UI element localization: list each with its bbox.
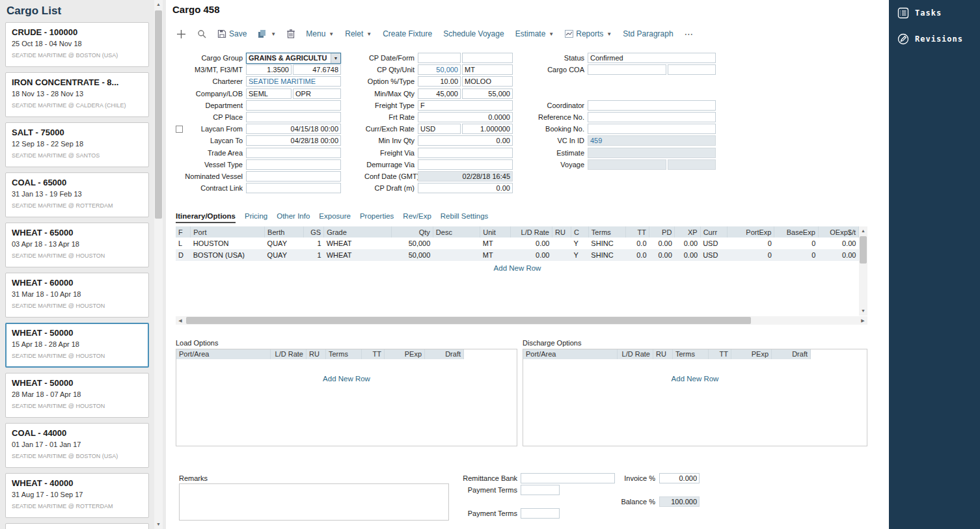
cargo-list-item[interactable]: WHEAT - 6000031 Mar 18 - 10 Apr 18SEATID… xyxy=(5,273,149,318)
cp-draft-m-field[interactable]: 0.00 xyxy=(418,183,513,193)
cell-berth[interactable]: QUAY xyxy=(265,249,304,261)
cell-baseexp[interactable]: 0 xyxy=(774,237,818,249)
col-header-xp[interactable]: XP xyxy=(675,226,700,237)
cell-terms[interactable]: SHINC xyxy=(588,249,625,261)
tab-pricing[interactable]: Pricing xyxy=(245,212,267,223)
col-header-f[interactable]: F xyxy=(176,226,191,237)
cell-berth[interactable]: QUAY xyxy=(265,237,304,249)
cargo-list-item[interactable]: WHEAT - 5000015 Apr 18 - 28 Apr 18SEATID… xyxy=(5,323,149,368)
cargo-list-item[interactable]: COAL - 4400001 Jan 17 - 01 Jan 17SEATIDE… xyxy=(5,423,149,468)
tab-itinerary-options[interactable]: Itinerary/Options xyxy=(176,212,236,223)
scroll-up-icon[interactable]: ▲ xyxy=(154,0,163,9)
option-pct-type-1-field[interactable]: 10.00 xyxy=(418,76,461,87)
status-field[interactable]: Confirmed xyxy=(588,53,716,63)
schedule-voyage-button[interactable]: Schedule Voyage xyxy=(443,29,504,38)
trade-area-field[interactable] xyxy=(246,148,341,158)
curr-exch-rate-2-field[interactable]: 1.000000 xyxy=(462,124,513,134)
scroll-up-icon[interactable]: ▲ xyxy=(859,226,867,236)
cell-c[interactable]: Y xyxy=(571,237,588,249)
invoice-pct-field[interactable]: 0.000 xyxy=(659,473,700,483)
tab-other-info[interactable]: Other Info xyxy=(277,212,310,223)
vc-in-id-field[interactable]: 459 xyxy=(588,135,716,146)
col-header-unit[interactable]: Unit xyxy=(480,226,511,237)
discharge-options-add-row[interactable]: Add New Row xyxy=(523,359,867,383)
save-button[interactable]: Save xyxy=(217,29,247,38)
col-header-tt[interactable]: TT xyxy=(709,349,731,359)
cp-qty-unit-1-field[interactable]: 50,000 xyxy=(418,64,461,75)
laycan-from-checkbox[interactable] xyxy=(176,126,183,133)
cell-f[interactable]: D xyxy=(176,249,191,261)
col-header-l-d-rate[interactable]: L/D Rate xyxy=(510,226,552,237)
col-header-port[interactable]: Port xyxy=(191,226,265,237)
demurrage-via-field[interactable] xyxy=(418,159,513,170)
menu-button[interactable]: Menu ▼ xyxy=(306,29,334,38)
remittance-bank-field[interactable] xyxy=(521,473,615,483)
col-header-desc[interactable]: Desc xyxy=(433,226,480,237)
cell-curr[interactable]: USD xyxy=(700,237,727,249)
col-header-c[interactable]: C xyxy=(571,226,588,237)
cell-desc[interactable] xyxy=(433,249,480,261)
col-header-tt[interactable]: TT xyxy=(625,226,649,237)
estimate-button[interactable]: Estimate ▼ xyxy=(515,29,554,38)
cell-tt[interactable]: 0.0 xyxy=(625,249,649,261)
relet-button[interactable]: Relet ▼ xyxy=(345,29,372,38)
cell-portexp[interactable]: 0 xyxy=(728,237,774,249)
col-header-grade[interactable]: Grade xyxy=(324,226,392,237)
cargo-list-item[interactable]: WHEAT - 6500003 Apr 18 - 13 Apr 18SEATID… xyxy=(5,223,149,267)
freight-via-field[interactable] xyxy=(418,148,513,158)
company-lob-2-field[interactable]: OPR xyxy=(293,88,341,99)
cell-unit[interactable]: MT xyxy=(480,237,511,249)
cp-place-field[interactable] xyxy=(246,112,341,122)
payment-terms-2-field[interactable] xyxy=(521,508,560,519)
scroll-right-icon[interactable]: ▶ xyxy=(858,316,867,325)
tab-exposure[interactable]: Exposure xyxy=(319,212,351,223)
col-header-draft[interactable]: Draft xyxy=(772,349,811,359)
itinerary-hscrollbar[interactable]: ◀ ▶ xyxy=(176,316,867,325)
itinerary-add-row[interactable]: Add New Row xyxy=(176,261,859,272)
cell-port[interactable]: HOUSTON xyxy=(191,237,265,249)
cell-xp[interactable]: 0.00 xyxy=(675,249,700,261)
cargo-list-item[interactable]: COAL - 6500031 Jan 13 - 19 Feb 13SEATIDE… xyxy=(5,172,149,217)
contract-link-field[interactable] xyxy=(246,183,341,193)
cargo-list-item[interactable]: WHEAT - 5000028 Mar 18 - 07 Apr 18SEATID… xyxy=(5,373,149,418)
nominated-vessel-field[interactable] xyxy=(246,171,341,182)
booking-no-field[interactable] xyxy=(588,124,716,134)
add-button[interactable] xyxy=(176,29,186,39)
laycan-to-field[interactable]: 04/28/18 00:00 xyxy=(246,135,341,146)
m3-ft3-1-field[interactable]: 1.3500 xyxy=(246,64,292,75)
cell-pd[interactable]: 0.00 xyxy=(649,249,675,261)
voyage-1-field[interactable] xyxy=(588,159,666,170)
copy-button[interactable]: ▼ xyxy=(258,29,276,38)
coordinator-field[interactable] xyxy=(588,100,716,111)
col-header-l-d-rate[interactable]: L/D Rate xyxy=(618,349,653,359)
voyage-2-field[interactable] xyxy=(668,159,716,170)
col-header-pexp[interactable]: PExp xyxy=(731,349,772,359)
cargo-coa-2-field[interactable] xyxy=(668,64,716,75)
reference-no-field[interactable] xyxy=(588,112,716,122)
cell-port[interactable]: BOSTON (USA) xyxy=(191,249,265,261)
cargo-list-scrollbar[interactable]: ▲ ▼ xyxy=(154,0,163,529)
tab-properties[interactable]: Properties xyxy=(360,212,394,223)
cell-pd[interactable]: 0.00 xyxy=(649,237,675,249)
itinerary-row[interactable]: LHOUSTONQUAY1WHEAT50,000MT0.00YSHINC0.00… xyxy=(176,237,859,249)
col-header-terms[interactable]: Terms xyxy=(673,349,709,359)
conf-date-gmt-field[interactable]: 02/28/18 16:45 xyxy=(418,171,513,182)
cell-tt[interactable]: 0.0 xyxy=(625,237,649,249)
scrollbar-thumb[interactable] xyxy=(186,317,751,324)
freight-type-field[interactable]: F xyxy=(418,100,513,111)
col-header-baseexp[interactable]: BaseExp xyxy=(774,226,818,237)
cargo-list-item[interactable]: WHEAT - 40000 xyxy=(5,523,149,529)
cargo-list-item[interactable]: WHEAT - 4000031 Aug 17 - 10 Sep 17SEATID… xyxy=(5,473,149,518)
cell-gs[interactable]: 1 xyxy=(304,237,324,249)
tasks-button[interactable]: Tasks xyxy=(889,0,980,26)
col-header-l-d-rate[interactable]: L/D Rate xyxy=(271,349,306,359)
itinerary-row[interactable]: DBOSTON (USA)QUAY1WHEAT50,000MT0.00YSHIN… xyxy=(176,249,859,261)
cargo-coa-1-field[interactable] xyxy=(588,64,666,75)
revisions-button[interactable]: Revisions xyxy=(889,26,980,52)
cell-l-d-rate[interactable]: 0.00 xyxy=(510,237,552,249)
cargo-list-item[interactable]: IRON CONCENTRATE - 8...18 Nov 13 - 28 No… xyxy=(5,72,149,117)
cell-desc[interactable] xyxy=(433,237,480,249)
col-header-qty[interactable]: Qty xyxy=(391,226,433,237)
col-header-terms[interactable]: Terms xyxy=(588,226,625,237)
cell-oexp-t[interactable]: 0.00 xyxy=(818,237,858,249)
